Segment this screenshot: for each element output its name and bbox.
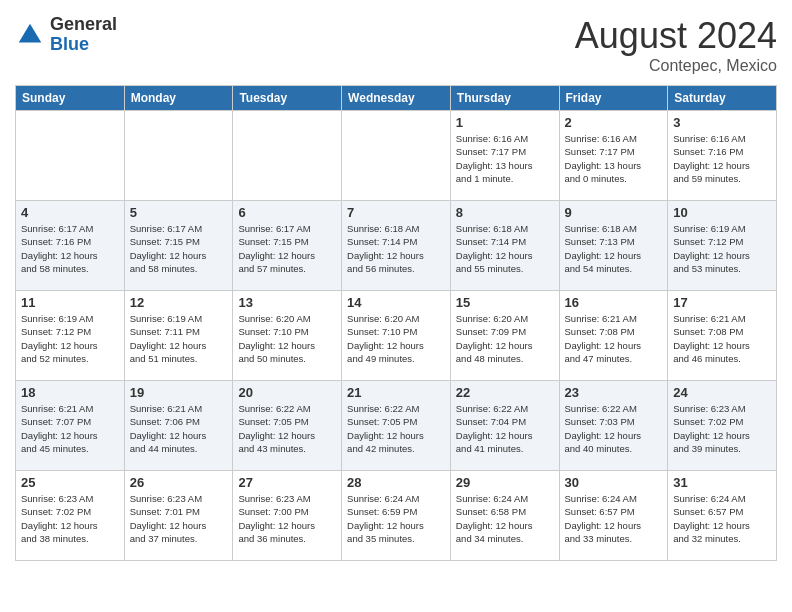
calendar-week-4: 18Sunrise: 6:21 AMSunset: 7:07 PMDayligh… <box>16 381 777 471</box>
day-number: 6 <box>238 205 336 220</box>
calendar-cell: 2Sunrise: 6:16 AMSunset: 7:17 PMDaylight… <box>559 111 668 201</box>
calendar-table: SundayMondayTuesdayWednesdayThursdayFrid… <box>15 85 777 561</box>
day-info: Sunrise: 6:20 AMSunset: 7:10 PMDaylight:… <box>347 312 445 365</box>
day-number: 13 <box>238 295 336 310</box>
calendar-cell: 17Sunrise: 6:21 AMSunset: 7:08 PMDayligh… <box>668 291 777 381</box>
day-info: Sunrise: 6:22 AMSunset: 7:03 PMDaylight:… <box>565 402 663 455</box>
day-info: Sunrise: 6:17 AMSunset: 7:16 PMDaylight:… <box>21 222 119 275</box>
calendar-cell: 27Sunrise: 6:23 AMSunset: 7:00 PMDayligh… <box>233 471 342 561</box>
title-area: August 2024 Contepec, Mexico <box>575 15 777 75</box>
day-number: 20 <box>238 385 336 400</box>
calendar-cell: 30Sunrise: 6:24 AMSunset: 6:57 PMDayligh… <box>559 471 668 561</box>
day-number: 24 <box>673 385 771 400</box>
column-header-wednesday: Wednesday <box>342 86 451 111</box>
day-number: 17 <box>673 295 771 310</box>
calendar-cell: 20Sunrise: 6:22 AMSunset: 7:05 PMDayligh… <box>233 381 342 471</box>
calendar-cell: 5Sunrise: 6:17 AMSunset: 7:15 PMDaylight… <box>124 201 233 291</box>
day-number: 25 <box>21 475 119 490</box>
logo-text: General Blue <box>50 15 117 55</box>
day-info: Sunrise: 6:19 AMSunset: 7:12 PMDaylight:… <box>673 222 771 275</box>
calendar-cell: 29Sunrise: 6:24 AMSunset: 6:58 PMDayligh… <box>450 471 559 561</box>
calendar-cell: 25Sunrise: 6:23 AMSunset: 7:02 PMDayligh… <box>16 471 125 561</box>
column-header-saturday: Saturday <box>668 86 777 111</box>
day-info: Sunrise: 6:20 AMSunset: 7:10 PMDaylight:… <box>238 312 336 365</box>
day-info: Sunrise: 6:24 AMSunset: 6:57 PMDaylight:… <box>673 492 771 545</box>
day-number: 21 <box>347 385 445 400</box>
day-number: 3 <box>673 115 771 130</box>
calendar-week-2: 4Sunrise: 6:17 AMSunset: 7:16 PMDaylight… <box>16 201 777 291</box>
column-header-friday: Friday <box>559 86 668 111</box>
calendar-cell <box>124 111 233 201</box>
calendar-cell: 19Sunrise: 6:21 AMSunset: 7:06 PMDayligh… <box>124 381 233 471</box>
calendar-cell: 28Sunrise: 6:24 AMSunset: 6:59 PMDayligh… <box>342 471 451 561</box>
column-header-monday: Monday <box>124 86 233 111</box>
day-info: Sunrise: 6:23 AMSunset: 7:02 PMDaylight:… <box>673 402 771 455</box>
day-number: 8 <box>456 205 554 220</box>
day-info: Sunrise: 6:23 AMSunset: 7:00 PMDaylight:… <box>238 492 336 545</box>
calendar-cell: 26Sunrise: 6:23 AMSunset: 7:01 PMDayligh… <box>124 471 233 561</box>
calendar-cell: 14Sunrise: 6:20 AMSunset: 7:10 PMDayligh… <box>342 291 451 381</box>
day-info: Sunrise: 6:22 AMSunset: 7:05 PMDaylight:… <box>238 402 336 455</box>
calendar-cell: 12Sunrise: 6:19 AMSunset: 7:11 PMDayligh… <box>124 291 233 381</box>
day-number: 12 <box>130 295 228 310</box>
calendar-cell: 7Sunrise: 6:18 AMSunset: 7:14 PMDaylight… <box>342 201 451 291</box>
calendar-cell: 4Sunrise: 6:17 AMSunset: 7:16 PMDaylight… <box>16 201 125 291</box>
day-number: 9 <box>565 205 663 220</box>
day-number: 29 <box>456 475 554 490</box>
day-number: 15 <box>456 295 554 310</box>
calendar-cell: 6Sunrise: 6:17 AMSunset: 7:15 PMDaylight… <box>233 201 342 291</box>
day-info: Sunrise: 6:19 AMSunset: 7:12 PMDaylight:… <box>21 312 119 365</box>
day-number: 11 <box>21 295 119 310</box>
calendar-week-3: 11Sunrise: 6:19 AMSunset: 7:12 PMDayligh… <box>16 291 777 381</box>
day-info: Sunrise: 6:24 AMSunset: 6:58 PMDaylight:… <box>456 492 554 545</box>
day-info: Sunrise: 6:20 AMSunset: 7:09 PMDaylight:… <box>456 312 554 365</box>
day-info: Sunrise: 6:21 AMSunset: 7:06 PMDaylight:… <box>130 402 228 455</box>
calendar-cell: 18Sunrise: 6:21 AMSunset: 7:07 PMDayligh… <box>16 381 125 471</box>
day-number: 2 <box>565 115 663 130</box>
calendar-cell: 9Sunrise: 6:18 AMSunset: 7:13 PMDaylight… <box>559 201 668 291</box>
logo-line1: General <box>50 15 117 35</box>
day-info: Sunrise: 6:22 AMSunset: 7:05 PMDaylight:… <box>347 402 445 455</box>
calendar-cell: 21Sunrise: 6:22 AMSunset: 7:05 PMDayligh… <box>342 381 451 471</box>
day-number: 27 <box>238 475 336 490</box>
calendar-cell <box>233 111 342 201</box>
svg-marker-0 <box>19 24 42 43</box>
column-header-thursday: Thursday <box>450 86 559 111</box>
logo-line2: Blue <box>50 35 117 55</box>
page-header: General Blue August 2024 Contepec, Mexic… <box>15 15 777 75</box>
column-header-tuesday: Tuesday <box>233 86 342 111</box>
day-number: 18 <box>21 385 119 400</box>
calendar-week-5: 25Sunrise: 6:23 AMSunset: 7:02 PMDayligh… <box>16 471 777 561</box>
day-number: 16 <box>565 295 663 310</box>
day-number: 14 <box>347 295 445 310</box>
day-info: Sunrise: 6:16 AMSunset: 7:16 PMDaylight:… <box>673 132 771 185</box>
calendar-cell: 10Sunrise: 6:19 AMSunset: 7:12 PMDayligh… <box>668 201 777 291</box>
day-info: Sunrise: 6:21 AMSunset: 7:07 PMDaylight:… <box>21 402 119 455</box>
day-info: Sunrise: 6:23 AMSunset: 7:02 PMDaylight:… <box>21 492 119 545</box>
day-info: Sunrise: 6:17 AMSunset: 7:15 PMDaylight:… <box>130 222 228 275</box>
day-number: 31 <box>673 475 771 490</box>
day-info: Sunrise: 6:23 AMSunset: 7:01 PMDaylight:… <box>130 492 228 545</box>
calendar-cell <box>342 111 451 201</box>
day-number: 7 <box>347 205 445 220</box>
day-info: Sunrise: 6:17 AMSunset: 7:15 PMDaylight:… <box>238 222 336 275</box>
calendar-week-1: 1Sunrise: 6:16 AMSunset: 7:17 PMDaylight… <box>16 111 777 201</box>
day-number: 1 <box>456 115 554 130</box>
location-subtitle: Contepec, Mexico <box>575 57 777 75</box>
month-title: August 2024 <box>575 15 777 57</box>
day-info: Sunrise: 6:16 AMSunset: 7:17 PMDaylight:… <box>456 132 554 185</box>
calendar-cell: 24Sunrise: 6:23 AMSunset: 7:02 PMDayligh… <box>668 381 777 471</box>
day-number: 28 <box>347 475 445 490</box>
calendar-cell: 22Sunrise: 6:22 AMSunset: 7:04 PMDayligh… <box>450 381 559 471</box>
day-info: Sunrise: 6:16 AMSunset: 7:17 PMDaylight:… <box>565 132 663 185</box>
day-info: Sunrise: 6:19 AMSunset: 7:11 PMDaylight:… <box>130 312 228 365</box>
calendar-cell: 31Sunrise: 6:24 AMSunset: 6:57 PMDayligh… <box>668 471 777 561</box>
column-header-sunday: Sunday <box>16 86 125 111</box>
day-number: 26 <box>130 475 228 490</box>
calendar-cell: 3Sunrise: 6:16 AMSunset: 7:16 PMDaylight… <box>668 111 777 201</box>
day-number: 30 <box>565 475 663 490</box>
day-number: 23 <box>565 385 663 400</box>
day-number: 4 <box>21 205 119 220</box>
day-number: 22 <box>456 385 554 400</box>
day-info: Sunrise: 6:24 AMSunset: 6:57 PMDaylight:… <box>565 492 663 545</box>
